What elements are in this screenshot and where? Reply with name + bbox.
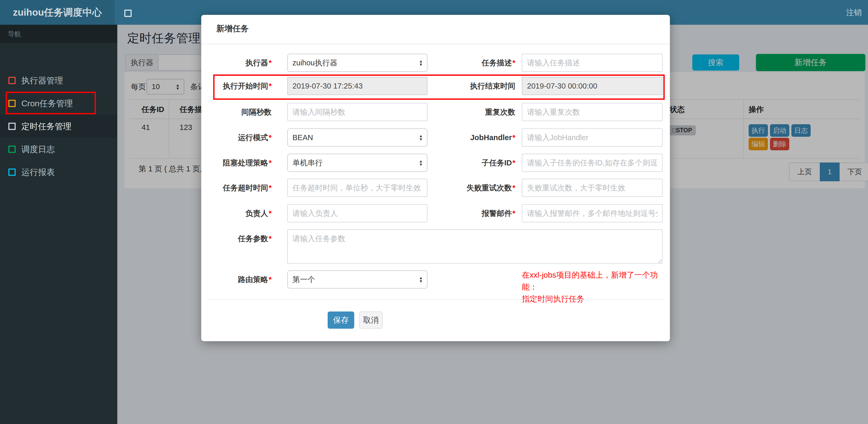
required-asterisk: * [269,275,272,284]
square-outline-icon [8,168,16,176]
block-strategy-label: 阻塞处理策略* [212,154,272,172]
required-asterisk: * [513,209,515,218]
executor-select[interactable]: zuihou执行器 [287,54,428,72]
required-asterisk: * [269,234,272,243]
route-strategy-select[interactable]: 第一个 [287,270,428,289]
task-desc-input[interactable] [522,54,662,72]
select-arrows-icon [419,159,423,166]
sidebar-nav: 导航 执行器管理 Cron任务管理 定时任务管理 调度日志 运行报表 [0,25,117,424]
square-outline-icon [8,123,16,130]
annotation-box-sidebar-item [6,92,96,114]
sidebar-section-label: 导航 [0,25,117,43]
sidebar-item-label: 定时任务管理 [21,122,71,131]
sidebar-item-label: 调度日志 [21,144,55,154]
modal-header-divider [201,44,670,44]
sidebar-item-label: 运行报表 [21,167,55,177]
block-strategy-select[interactable]: 单机串行 [287,154,428,172]
timeout-label: 任务超时时间* [212,179,272,197]
retry-label: 失败重试次数* [436,179,515,197]
child-job-input[interactable] [522,154,662,172]
select-arrows-icon [419,276,423,283]
run-mode-select[interactable]: BEAN [287,128,428,146]
square-outline-icon [8,145,16,153]
cancel-button[interactable]: 取消 [359,312,383,329]
required-asterisk: * [269,209,272,218]
owner-label: 负责人* [212,204,272,222]
sidebar-item-timed-task-manage[interactable]: 定时任务管理 [0,115,117,138]
modal-title: 新增任务 [216,23,249,34]
required-asterisk: * [269,184,272,192]
sidebar-item-label: 执行器管理 [21,76,63,85]
repeat-count-input[interactable] [522,103,662,121]
select-arrows-icon [419,59,423,66]
alarm-email-label: 报警邮件* [436,204,515,222]
repeat-count-label: 重复次数 [436,103,515,121]
interval-input[interactable] [287,103,428,121]
job-handler-label: JobHandler* [436,128,515,146]
owner-input[interactable] [287,204,428,222]
child-job-label: 子任务ID* [436,154,515,172]
required-asterisk: * [269,133,272,142]
required-asterisk: * [269,159,272,167]
run-mode-label: 运行模式* [212,128,272,146]
required-asterisk: * [513,59,515,67]
logout-link[interactable]: 注销 [846,0,862,25]
sidebar-item-executor-manage[interactable]: 执行器管理 [0,69,117,92]
route-strategy-select-value: 第一个 [292,275,315,284]
square-outline-icon [8,77,16,84]
job-param-textarea[interactable] [287,229,662,264]
modal-footer-divider [209,299,662,300]
sidebar-toggle-icon[interactable] [124,10,132,17]
executor-label: 执行器* [212,54,272,72]
required-asterisk: * [513,159,515,167]
select-arrows-icon [419,134,423,141]
interval-label: 间隔秒数 [212,103,272,121]
route-strategy-label: 路由策略* [212,270,272,289]
executor-select-value: zuihou执行器 [292,59,337,67]
annotation-box-start-time-row [213,74,665,100]
feature-note-line2: 指定时间执行任务 [522,293,673,305]
block-strategy-select-value: 单机串行 [292,159,323,167]
new-task-modal: 新增任务 执行器* zuihou执行器 任务描述* 执行开始时间* 2019-0… [201,15,670,341]
timeout-input[interactable] [287,179,428,197]
required-asterisk: * [269,59,272,67]
run-mode-select-value: BEAN [292,133,313,142]
save-button[interactable]: 保存 [328,312,354,329]
required-asterisk: * [513,133,515,142]
brand-logo[interactable]: zuihou任务调度中心 [0,0,115,25]
alarm-email-input[interactable] [522,204,662,222]
sidebar-item-dispatch-log[interactable]: 调度日志 [0,138,117,161]
sidebar-item-run-report[interactable]: 运行报表 [0,161,117,184]
task-desc-label: 任务描述* [436,54,515,72]
feature-note-line1: 在xxl-jobs项目的基础上，新增了一个功能： [522,269,673,293]
required-asterisk: * [513,184,515,192]
job-param-label: 任务参数* [212,229,272,248]
job-handler-input[interactable] [522,128,662,146]
retry-input[interactable] [522,179,662,197]
